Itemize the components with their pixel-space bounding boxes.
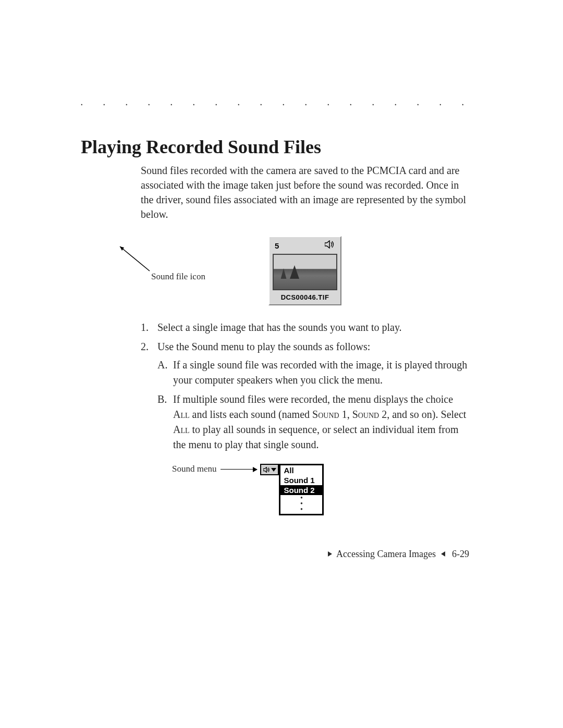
text-smallcaps: All [173,409,190,420]
text-fragment: and lists each sound (named [190,409,313,420]
step-number: 2. [141,339,157,456]
footer-section: Accessing Camera Images [336,549,436,559]
step-2a: A. If a single sound file was recorded w… [157,357,469,388]
thumbnail-number: 5 [275,241,279,250]
thumbnail-filename: DCS00046.TIF [273,290,337,301]
text-fragment: 1, [339,409,352,420]
sound-menu-label: Sound menu [172,464,216,474]
text-fragment: If multiple sound files were recorded, t… [173,393,453,405]
intro-paragraph: Sound files recorded with the camera are… [81,163,469,221]
svg-marker-3 [263,467,266,472]
thumbnail-figure: 5 DCS00046.TIF Sound file icon [81,236,469,305]
sound-menu-button[interactable] [260,464,279,475]
text-smallcaps: All [173,424,190,435]
svg-line-1 [120,246,150,271]
thumbnail-image [273,254,337,290]
step-text: If a single sound file was recorded with… [173,357,469,388]
step-text: If multiple sound files were recorded, t… [173,392,469,452]
dotted-rule: . . . . . . . . . . . . . . . . . . . . … [81,99,469,107]
step-text: Use the Sound menu to play the sounds as… [157,341,370,352]
step-1: 1. Select a single image that has the so… [141,320,469,335]
menu-item-sound-1[interactable]: Sound 1 [280,475,322,485]
text-smallcaps: Sound [312,409,339,420]
speaker-icon [325,240,335,251]
triangle-left-icon [441,551,445,557]
thumbnail-card: 5 DCS00046.TIF [268,236,341,305]
text-smallcaps: Sound [352,409,380,420]
page-number: 6-29 [452,549,469,559]
triangle-right-icon [328,551,332,557]
steps-list: 1. Select a single image that has the so… [81,320,469,456]
sound-file-icon-callout: Sound file icon [151,246,235,257]
sub-letter: B. [157,392,173,452]
page-footer: Accessing Camera Images 6-29 [328,549,469,560]
page-heading: Playing Recorded Sound Files [81,136,469,158]
step-text: Select a single image that has the sound… [157,320,402,335]
menu-ellipsis: ••• [280,495,322,514]
sound-file-icon-label: Sound file icon [151,272,205,281]
step-2b: B. If multiple sound files were recorded… [157,392,469,452]
chevron-down-icon [271,468,276,472]
step-2: 2. Use the Sound menu to play the sounds… [141,339,469,456]
sound-menu-figure: Sound menu All Sound 1 Sound 2 ••• [81,464,469,515]
menu-item-all[interactable]: All [280,465,322,475]
arrow-line-icon [221,469,257,470]
text-fragment: 2, and so on). Select [379,409,466,420]
text-fragment: to play all sounds in sequence, or selec… [173,424,459,450]
sound-menu-dropdown: All Sound 1 Sound 2 ••• [279,464,324,515]
sub-letter: A. [157,357,173,388]
svg-marker-0 [325,241,329,248]
step-number: 1. [141,320,157,335]
svg-marker-2 [120,246,124,251]
